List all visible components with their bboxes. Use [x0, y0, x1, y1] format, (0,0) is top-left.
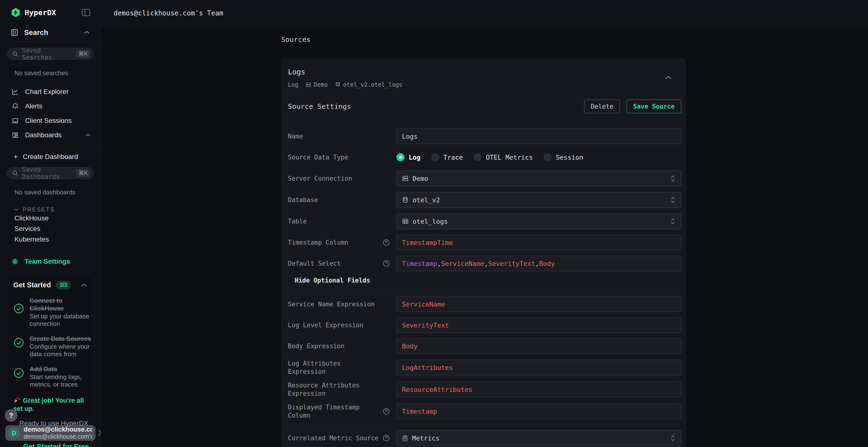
team-settings-link[interactable]: Team Settings	[11, 258, 100, 265]
presets-header-label: PRESETS	[23, 206, 55, 213]
help-circle-icon[interactable]	[382, 434, 390, 442]
user-email: demos@clickhouse.com	[24, 426, 92, 433]
sidebar-item-chart-explorer[interactable]: Chart Explorer	[0, 84, 100, 99]
brand[interactable]: HyperDX	[10, 7, 56, 18]
checklist-subtitle: Start sending logs, metrics, or traces	[30, 373, 93, 388]
user-team: demos@clickhouse.com's	[24, 433, 92, 440]
check-circle-icon	[13, 368, 24, 388]
preset-label: ClickHouse	[14, 214, 49, 222]
sidebar-item-label: Alerts	[25, 102, 42, 110]
database-select[interactable]: otel_v2	[396, 192, 681, 208]
collapse-card-icon[interactable]	[665, 75, 672, 80]
preset-item-services[interactable]: Services	[14, 224, 100, 234]
hide-optional-fields-toggle[interactable]: Hide Optional Fields	[294, 277, 681, 284]
create-dashboard-button[interactable]: + Create Dashboard	[0, 150, 100, 164]
checklist-item-sources[interactable]: Create Data Sources Configure where your…	[13, 335, 87, 358]
chevron-up-icon[interactable]	[81, 283, 87, 287]
app-root: HyperDX Search	[0, 0, 868, 447]
source-card-logs: Logs Log Demo	[281, 59, 686, 447]
log-attributes-input[interactable]: LogAttributes	[396, 360, 681, 375]
brand-name: HyperDX	[25, 8, 56, 17]
field-label: Log Attributes Expression	[288, 359, 396, 376]
sidebar-section-search[interactable]: Search	[0, 25, 100, 41]
field-label: Name	[288, 132, 396, 140]
radio-trace[interactable]: Trace	[431, 153, 463, 161]
preset-item-kubernetes[interactable]: Kubernetes	[14, 234, 100, 245]
sidebar-item-client-sessions[interactable]: Client Sessions	[0, 113, 100, 128]
saved-dashboards-input[interactable]: Saved Dashboards ⌘K	[7, 167, 94, 179]
name-input[interactable]: Logs	[396, 129, 681, 144]
presets-toggle[interactable]: PRESETS	[13, 206, 100, 213]
select-chevrons-icon	[670, 196, 676, 204]
radio-otel-metrics[interactable]: OTEL Metrics	[473, 153, 533, 161]
form-row-correlated-metric: Correlated Metric Source	[288, 430, 681, 446]
form-row-default-select: Default Select Timestamp,ServiceName,Sev…	[288, 256, 681, 271]
field-label: Service Name Expression	[288, 300, 396, 308]
field-label: Body Expression	[288, 342, 396, 350]
help-button[interactable]: ?	[5, 409, 18, 422]
correlated-metric-select[interactable]: Metrics	[396, 430, 681, 446]
saved-searches-input[interactable]: Saved Searches ⌘K	[7, 48, 94, 60]
source-card-title: Logs	[288, 59, 681, 76]
default-select-input[interactable]: Timestamp,ServiceName,SeverityText,Body	[396, 256, 681, 271]
checklist-subtitle: Set up your database connection	[30, 313, 93, 328]
service-name-input[interactable]: ServiceName	[396, 297, 681, 312]
radio-log[interactable]: Log	[396, 153, 421, 161]
save-source-button[interactable]: Save Source	[627, 100, 681, 113]
search-icon	[12, 50, 19, 57]
field-label: Server Connection	[288, 174, 396, 182]
shortcut-badge: ⌘K	[76, 50, 90, 58]
create-dashboard-label: Create Dashboard	[23, 153, 78, 161]
get-started-free-link[interactable]: Get Started for Free	[23, 443, 89, 447]
radio-session[interactable]: Session	[544, 153, 583, 161]
divider	[288, 425, 681, 425]
chevron-down-icon	[13, 208, 19, 211]
user-menu[interactable]: D demos@clickhouse.com demos@clickhouse.…	[5, 425, 95, 441]
sidebar-collapse-icon[interactable]	[82, 9, 90, 16]
timestamp-column-input[interactable]: TimestampTime	[396, 235, 681, 250]
help-circle-icon[interactable]	[382, 260, 390, 267]
field-label: Log Level Expression	[288, 321, 396, 329]
connection-name-text: Demo	[314, 81, 328, 88]
radio-selected-icon	[396, 153, 405, 161]
form-row-table: Table otel_logs	[288, 213, 681, 229]
database-icon	[335, 82, 341, 88]
field-label: Resource Attributes Expression	[288, 381, 396, 398]
delete-button[interactable]: Delete	[584, 100, 620, 113]
select-chevrons-icon	[670, 435, 676, 442]
sidebar-item-dashboards[interactable]: Dashboards	[0, 128, 100, 142]
checklist-item-connect[interactable]: Connect to ClickHouse Set up your databa…	[13, 297, 87, 328]
form-row-source-data-type: Source Data Type Log Trace	[288, 149, 681, 165]
help-circle-icon[interactable]	[382, 239, 390, 246]
form-row-name: Name Logs	[288, 129, 681, 144]
divider	[288, 290, 681, 290]
form-row-database: Database otel_v2	[288, 192, 681, 208]
log-level-input[interactable]: SeverityText	[396, 317, 681, 333]
laptop-icon	[11, 117, 19, 124]
server-connection-select[interactable]: Demo	[396, 171, 681, 186]
table-path-text: otel_v2.otel_logs	[343, 81, 402, 88]
chevron-right-icon[interactable]	[97, 429, 101, 437]
bell-icon	[11, 103, 19, 110]
radio-unselected-icon	[431, 153, 439, 161]
checklist-title: Add Data	[30, 365, 93, 373]
field-label: Database	[288, 196, 396, 204]
checklist-item-add-data[interactable]: Add Data Start sending logs, metrics, or…	[13, 365, 87, 388]
preset-item-clickhouse[interactable]: ClickHouse	[14, 213, 100, 224]
search-section-icon	[10, 29, 18, 36]
radio-unselected-icon	[544, 153, 552, 161]
field-label: Source Data Type	[288, 153, 396, 161]
form-row-body-expression: Body Expression Body	[288, 338, 681, 354]
no-saved-dashboards-text: No saved dashboards	[14, 188, 100, 196]
displayed-timestamp-input[interactable]: Timestamp	[396, 404, 681, 419]
select-chevrons-icon	[670, 218, 676, 225]
help-circle-icon[interactable]	[382, 408, 390, 415]
chevron-up-icon	[84, 31, 90, 34]
resource-attributes-input[interactable]: ResourceAttributes	[396, 382, 681, 397]
saved-dashboards-placeholder: Saved Dashboards	[22, 166, 73, 180]
table-select[interactable]: otel_logs	[396, 213, 681, 229]
body-expression-input[interactable]: Body	[396, 338, 681, 354]
chart-icon	[11, 88, 19, 95]
sidebar-item-alerts[interactable]: Alerts	[0, 99, 100, 113]
checklist-title: Connect to ClickHouse	[30, 297, 93, 312]
